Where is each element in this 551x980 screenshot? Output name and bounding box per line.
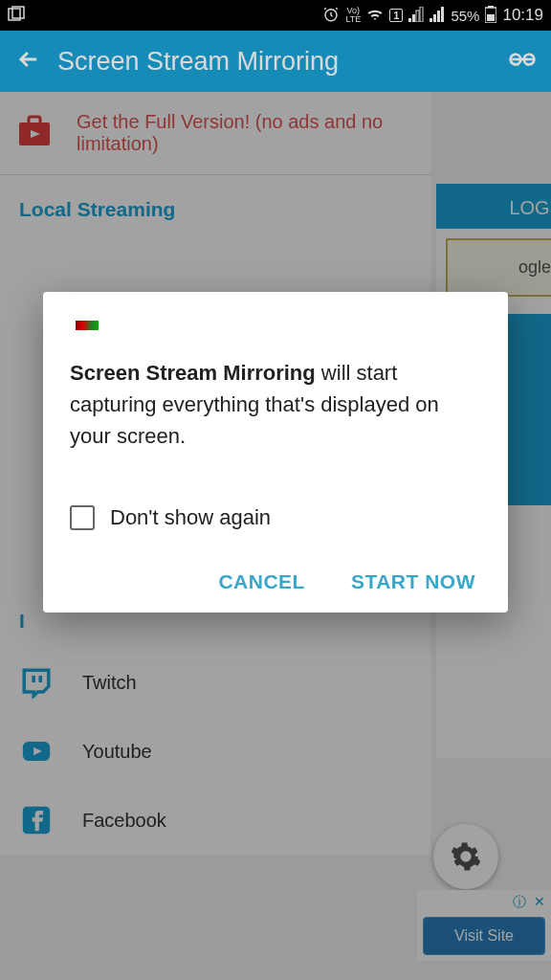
dialog-scrim[interactable]: Screen Stream Mirroring will start captu… [0, 0, 551, 980]
dialog-app-icon [76, 321, 99, 330]
capture-permission-dialog: Screen Stream Mirroring will start captu… [43, 292, 508, 612]
cancel-button[interactable]: CANCEL [218, 570, 305, 593]
checkbox-icon[interactable] [70, 505, 95, 530]
dialog-actions: CANCEL START NOW [70, 570, 481, 593]
dont-show-again-row[interactable]: Don't show again [70, 505, 481, 530]
dialog-message: Screen Stream Mirroring will start captu… [70, 357, 481, 452]
checkbox-label: Don't show again [110, 505, 271, 530]
start-now-button[interactable]: START NOW [351, 570, 475, 593]
